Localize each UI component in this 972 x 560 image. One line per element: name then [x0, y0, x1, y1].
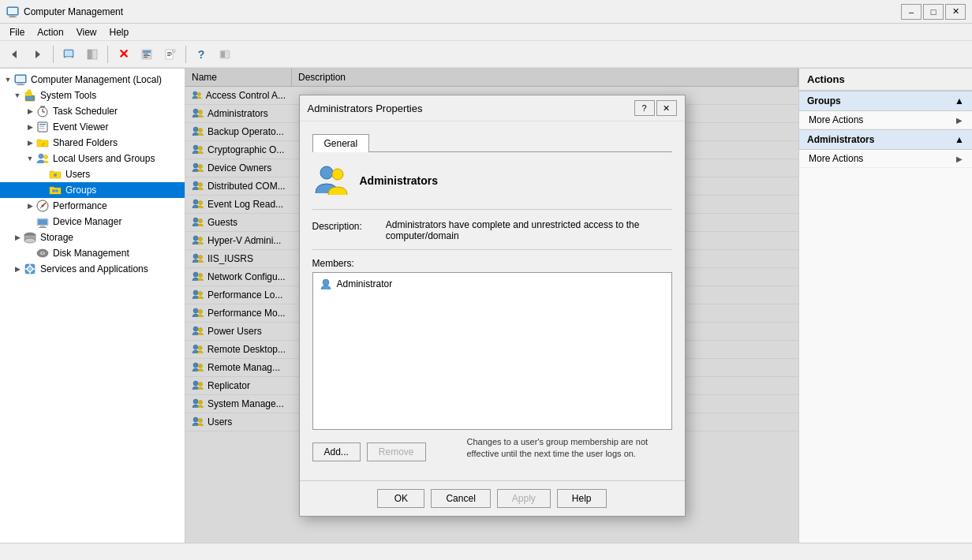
ok-btn[interactable]: OK [377, 489, 424, 508]
administrators-more-actions-arrow: ▶ [956, 155, 963, 163]
cancel-btn[interactable]: Cancel [431, 489, 490, 508]
description-field: Description: Administrators have complet… [312, 219, 672, 241]
disk-management-label: Disk Management [53, 248, 129, 259]
groups-section-collapse-icon: ▲ [955, 95, 964, 106]
close-btn[interactable]: ✕ [945, 4, 966, 20]
device-manager-label: Device Manager [53, 216, 122, 227]
dialog-tab-bar: General [312, 134, 672, 152]
extra-btn[interactable] [214, 44, 236, 65]
svg-rect-2 [9, 17, 17, 17]
menu-view[interactable]: View [70, 25, 103, 39]
main-layout: ▼ Computer Management (Local) ▼ System T… [0, 68, 972, 543]
back-btn[interactable] [3, 44, 25, 65]
performance-label: Performance [53, 200, 107, 211]
window-title: Computer Management [24, 6, 123, 17]
administrators-properties-dialog: Administrators Properties ? ✕ General [299, 95, 686, 517]
svg-rect-53 [39, 227, 47, 228]
svg-point-41 [39, 154, 43, 159]
tree-storage[interactable]: ▶ Storage [0, 230, 185, 245]
members-actions: Add... Remove [312, 442, 426, 461]
up-btn[interactable] [58, 44, 80, 65]
services-icon [24, 263, 36, 275]
menu-action[interactable]: Action [31, 25, 69, 39]
tree-system-tools[interactable]: ▼ System Tools [0, 88, 185, 103]
menu-file[interactable]: File [3, 25, 31, 39]
properties-btn[interactable] [136, 44, 158, 65]
svg-rect-30 [28, 90, 31, 93]
root-arrow: ▼ [3, 76, 13, 84]
svg-rect-25 [16, 76, 25, 82]
actions-section-administrators[interactable]: Administrators ▲ [799, 129, 972, 150]
administrators-more-actions[interactable]: More Actions ▶ [799, 150, 972, 168]
device-manager-icon [36, 215, 49, 228]
tree-groups[interactable]: ▶ Groups [0, 182, 185, 198]
tree-device-manager[interactable]: ▶ Device Manager [0, 214, 185, 230]
groups-more-actions-arrow: ▶ [956, 116, 963, 125]
svg-point-45 [55, 189, 58, 192]
tree-services[interactable]: ▶ Services and Applications [0, 261, 185, 277]
svg-rect-1 [10, 15, 15, 17]
storage-label: Storage [40, 232, 73, 243]
changes-note: Changes to a user's group membership are… [467, 436, 672, 461]
center-panel: Name Description Access Control A... [185, 69, 798, 543]
hide-tree-btn[interactable] [81, 44, 103, 65]
delete-btn[interactable]: ✕ [112, 44, 134, 65]
forward-btn[interactable] [27, 44, 49, 65]
export-btn[interactable] [159, 44, 181, 65]
toolbar-sep-2 [107, 46, 108, 63]
tree-task-scheduler[interactable]: ▶ Task Scheduler [0, 103, 185, 119]
storage-arrow: ▶ [13, 233, 22, 241]
maximize-btn[interactable]: □ [923, 4, 944, 20]
event-log-icon [36, 121, 49, 133]
performance-icon [36, 200, 49, 212]
tree-root[interactable]: ▼ Computer Management (Local) [0, 72, 185, 88]
apply-btn[interactable]: Apply [497, 489, 551, 508]
dialog-close-btn[interactable]: ✕ [656, 100, 677, 116]
svg-rect-26 [18, 83, 23, 84]
svg-text:⇗: ⇗ [41, 142, 45, 147]
member-item[interactable]: Administrator [316, 276, 668, 292]
svg-rect-9 [88, 50, 92, 59]
tree-panel: ▼ Computer Management (Local) ▼ System T… [0, 69, 185, 543]
actions-section-groups[interactable]: Groups ▲ [799, 91, 972, 111]
svg-marker-5 [36, 50, 40, 58]
svg-rect-20 [167, 54, 172, 54]
tree-users[interactable]: ▶ Users [0, 166, 185, 182]
app-icon [6, 6, 19, 18]
svg-rect-35 [40, 106, 45, 107]
tree-local-users[interactable]: ▼ Local Users and Groups [0, 151, 185, 166]
actions-groups-title: Groups [807, 95, 841, 106]
event-viewer-arrow: ▶ [25, 123, 35, 131]
svg-point-44 [52, 189, 55, 192]
groups-more-actions[interactable]: More Actions ▶ [799, 111, 972, 129]
svg-rect-27 [17, 84, 24, 85]
svg-point-49 [42, 205, 44, 207]
toolbar-sep-3 [185, 46, 186, 63]
dialog-title-controls: ? ✕ [634, 100, 677, 116]
tree-disk-management[interactable]: ▶ Disk Management [0, 245, 185, 261]
tree-event-viewer[interactable]: ▶ Event Viewer [0, 119, 185, 135]
members-list[interactable]: Administrator [312, 272, 672, 430]
disk-icon [36, 247, 49, 259]
add-member-btn[interactable]: Add... [312, 442, 361, 461]
administrators-section-collapse-icon: ▲ [955, 134, 964, 145]
groups-label: Groups [65, 185, 96, 196]
svg-point-106 [332, 169, 343, 180]
help-icon-btn[interactable]: ? [190, 44, 212, 65]
system-tools-arrow: ▼ [13, 91, 22, 99]
menu-help[interactable]: Help [103, 25, 136, 39]
minimize-btn[interactable]: – [901, 4, 922, 20]
help-footer-btn[interactable]: Help [557, 489, 607, 508]
performance-arrow: ▶ [25, 202, 35, 210]
shared-folder-icon: ⇗ [36, 136, 49, 149]
general-tab[interactable]: General [312, 134, 370, 152]
clock-icon [36, 105, 49, 118]
dialog-help-btn[interactable]: ? [634, 100, 655, 116]
svg-rect-8 [65, 57, 72, 58]
remove-member-btn[interactable]: Remove [367, 442, 426, 461]
dialog-footer: OK Cancel Apply Help [300, 480, 685, 516]
svg-rect-10 [92, 50, 97, 59]
tree-performance[interactable]: ▶ Performance [0, 198, 185, 214]
tree-shared-folders[interactable]: ▶ ⇗ Shared Folders [0, 135, 185, 151]
root-label: Computer Management (Local) [31, 74, 162, 85]
